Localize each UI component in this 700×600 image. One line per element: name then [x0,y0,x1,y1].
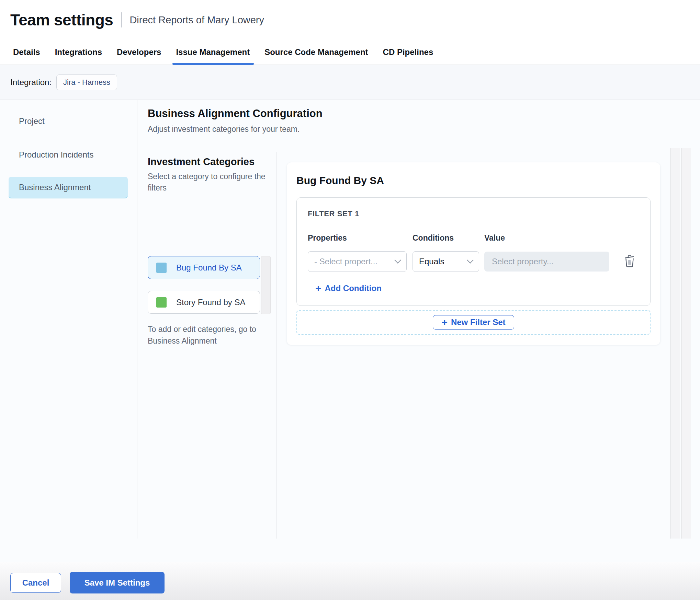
scrollbar-track[interactable] [670,148,680,539]
condition-select[interactable]: Equals [413,251,479,272]
category-label: Story Found by SA [176,298,245,307]
tab-cd-pipelines[interactable]: CD Pipelines [383,40,433,65]
sidebar-item-business-alignment[interactable]: Business Alignment [9,177,128,198]
delete-condition-button[interactable] [623,255,636,268]
section-subtitle: Adjust investment categories for your te… [148,125,300,134]
category-story-found-by-sa[interactable]: Story Found by SA [148,291,260,314]
trash-icon [624,263,635,268]
add-condition-button[interactable]: + Add Condition [308,284,382,293]
category-color-swatch [156,263,167,273]
footer-bar: Cancel Save IM Settings [0,562,700,600]
categories-footnote: To add or edit categories, go to Busines… [148,323,263,347]
tab-issue-management[interactable]: Issue Management [176,40,250,65]
filter-set-card: FILTER SET 1 Properties Conditions Value… [296,197,651,306]
categories-scrollbar[interactable] [261,256,271,314]
settings-sidebar: Project Production Incidents Business Al… [0,100,137,539]
title-divider [121,12,122,27]
new-filter-set-dropzone: + New Filter Set [296,310,651,335]
categories-heading: Investment Categories [148,156,271,168]
category-config-panel: Bug Found By SA FILTER SET 1 Properties … [287,162,660,345]
new-filter-set-button[interactable]: + New Filter Set [433,315,514,330]
integration-bar: Integration: Jira - Harness [0,65,700,100]
category-bug-found-by-sa[interactable]: Bug Found By SA [148,256,260,279]
filter-set-heading: FILTER SET 1 [308,209,639,218]
sidebar-item-production-incidents[interactable]: Production Incidents [9,144,128,165]
plus-icon: + [441,318,448,326]
property-select[interactable]: - Select propert... [308,251,407,272]
page-title: Team settings [10,11,113,29]
value-input[interactable] [484,252,609,272]
sidebar-item-project[interactable]: Project [9,110,128,132]
tab-developers[interactable]: Developers [117,40,161,65]
section-title: Business Alignment Configuration [148,107,323,120]
content-area: Project Production Incidents Business Al… [0,100,700,562]
tab-integrations[interactable]: Integrations [55,40,102,65]
integration-label: Integration: [10,78,52,87]
tab-details[interactable]: Details [13,40,40,65]
cancel-button[interactable]: Cancel [10,573,61,593]
chevron-down-icon [394,257,401,264]
investment-categories-column: Investment Categories Select a category … [148,156,271,194]
column-divider [276,152,277,539]
chevron-down-icon [467,257,474,264]
categories-hint: Select a category to configure the filte… [148,171,266,194]
scrollbar-track[interactable] [681,148,691,539]
save-im-settings-button[interactable]: Save IM Settings [70,572,165,593]
plus-icon: + [315,284,321,292]
category-color-swatch [156,297,167,308]
add-condition-label: Add Condition [325,284,382,293]
category-label: Bug Found By SA [176,263,242,273]
page-subtitle: Direct Reports of Mary Lowery [129,14,264,26]
conditions-column-label: Conditions [413,233,454,243]
filter-column-labels: Properties Conditions Value [308,233,639,243]
page-header: Team settings Direct Reports of Mary Low… [0,0,700,40]
properties-column-label: Properties [308,233,347,243]
tab-source-code-management[interactable]: Source Code Management [264,40,368,65]
panel-title: Bug Found By SA [296,175,651,186]
team-settings-page: Team settings Direct Reports of Mary Low… [0,0,700,600]
condition-select-value: Equals [419,257,464,266]
tab-bar: Details Integrations Developers Issue Ma… [0,40,700,65]
new-filter-set-label: New Filter Set [451,318,506,327]
property-select-placeholder: - Select propert... [314,257,392,266]
filter-condition-row: - Select propert... Equals [308,251,639,272]
value-column-label: Value [484,233,505,243]
integration-chip[interactable]: Jira - Harness [56,74,117,90]
